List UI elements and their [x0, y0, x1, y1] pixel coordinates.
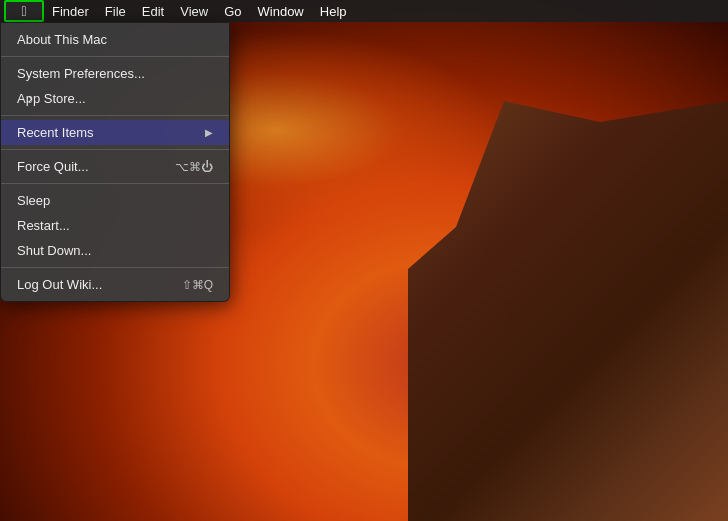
- menubar:  Finder File Edit View Go Window Help: [0, 0, 728, 22]
- menu-divider-1: [1, 56, 229, 57]
- menubar-go[interactable]: Go: [216, 0, 249, 22]
- menu-item-sleep[interactable]: Sleep: [1, 188, 229, 213]
- menubar-window[interactable]: Window: [250, 0, 312, 22]
- menu-item-force-quit[interactable]: Force Quit... ⌥⌘⏻: [1, 154, 229, 179]
- menu-item-recent-items[interactable]: Recent Items ▶: [1, 120, 229, 145]
- menu-item-about[interactable]: About This Mac: [1, 27, 229, 52]
- menu-item-restart[interactable]: Restart...: [1, 213, 229, 238]
- menu-item-logout[interactable]: Log Out Wiki... ⇧⌘Q: [1, 272, 229, 297]
- logout-shortcut: ⇧⌘Q: [182, 278, 213, 292]
- menubar-view[interactable]: View: [172, 0, 216, 22]
- recent-items-arrow-icon: ▶: [205, 127, 213, 138]
- menubar-file[interactable]: File: [97, 0, 134, 22]
- menu-item-system-prefs[interactable]: System Preferences...: [1, 61, 229, 86]
- apple-menu-dropdown: About This Mac System Preferences... App…: [0, 22, 230, 302]
- menu-divider-3: [1, 149, 229, 150]
- apple-icon: : [21, 4, 26, 18]
- menubar-help[interactable]: Help: [312, 0, 355, 22]
- menubar-edit[interactable]: Edit: [134, 0, 172, 22]
- menubar-finder[interactable]: Finder: [44, 0, 97, 22]
- menu-divider-5: [1, 267, 229, 268]
- apple-menu-button[interactable]: : [4, 0, 44, 22]
- cursor-hint: ›: [28, 90, 33, 106]
- force-quit-shortcut: ⌥⌘⏻: [175, 160, 213, 174]
- menubar-items: Finder File Edit View Go Window Help: [44, 0, 355, 22]
- menu-item-shutdown[interactable]: Shut Down...: [1, 238, 229, 263]
- menu-divider-4: [1, 183, 229, 184]
- menu-item-app-store[interactable]: App Store...: [1, 86, 229, 111]
- menu-divider-2: [1, 115, 229, 116]
